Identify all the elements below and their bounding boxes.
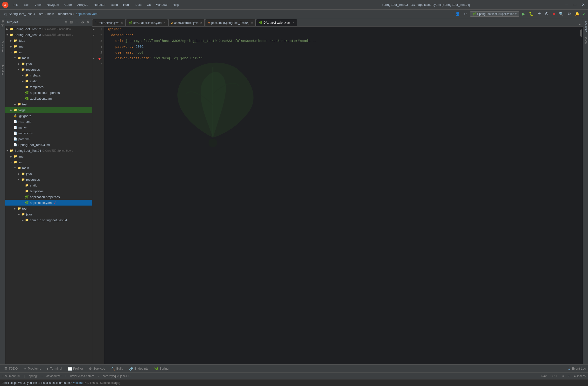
menu-run[interactable]: Run: [121, 2, 131, 7]
fold-arrow-1[interactable]: ▼: [93, 28, 95, 31]
close-button[interactable]: ✕: [580, 2, 586, 7]
menu-window[interactable]: Window: [154, 2, 170, 7]
breadcrumb-src[interactable]: src: [39, 12, 43, 16]
tree-item-idea[interactable]: ▶ 📁 .idea: [5, 38, 92, 43]
maximize-button[interactable]: □: [572, 3, 578, 7]
status-spaces[interactable]: 4 spaces: [574, 374, 586, 378]
tree-item-java04[interactable]: ▶ 📁 java: [5, 171, 92, 177]
tree-item-target03[interactable]: ▶ 📁 target: [5, 107, 92, 113]
bottom-tab-services[interactable]: ⚙ Services: [86, 366, 108, 371]
panel-close-icon[interactable]: ✕: [86, 20, 90, 25]
minimize-button[interactable]: ─: [564, 3, 570, 7]
status-doc-info[interactable]: Document 1/1: [2, 374, 21, 378]
tab-applyaml-src[interactable]: 🌿 src\...\application.yaml ×: [126, 19, 168, 26]
vertical-scrollbar[interactable]: [580, 28, 583, 364]
tree-item-templates03[interactable]: 📁 templates: [5, 84, 92, 90]
breadcrumb-main[interactable]: main: [47, 12, 54, 16]
right-tab-database[interactable]: Database: [584, 19, 588, 35]
tree-item-appyaml04[interactable]: 🌿 application.yaml ✗: [5, 200, 92, 205]
panel-dots-icon[interactable]: ⋯: [75, 20, 79, 25]
bottom-tab-build[interactable]: 🔨 Build: [109, 366, 126, 371]
tree-item-main03[interactable]: ▼ 📁 main: [5, 55, 92, 61]
coverage-icon[interactable]: ☂: [537, 11, 542, 17]
bottom-tab-terminal[interactable]: ▶ Terminal: [44, 366, 64, 371]
tree-item-test03[interactable]: ▶ 📁 test: [5, 101, 92, 107]
tree-item-res04[interactable]: ▼ 📁 resources: [5, 177, 92, 183]
tab-close-applyaml-active[interactable]: ×: [293, 21, 294, 24]
bottom-tab-profiler[interactable]: 📊 Profiler: [65, 366, 85, 371]
project-sidebar-icon[interactable]: Project: [1, 19, 5, 29]
tree-item-src04[interactable]: ▼ 📁 src: [5, 159, 92, 165]
status-encoding[interactable]: UTF-8: [562, 374, 570, 378]
shell-no-thanks[interactable]: No, Thanks (3 minutes ago): [84, 381, 120, 385]
menu-git[interactable]: Git: [144, 2, 153, 7]
fold-arrow-2[interactable]: ▼: [93, 34, 95, 37]
tab-pom[interactable]: M pom.xml (SpringBoot_Test04) ×: [205, 19, 256, 26]
tree-item-appprops03[interactable]: 🌿 application.properties: [5, 90, 92, 96]
profile-icon[interactable]: 👤: [454, 11, 461, 17]
menu-help[interactable]: Help: [170, 2, 182, 7]
panel-collapse-icon[interactable]: ⊟: [69, 20, 73, 25]
panel-settings-icon[interactable]: ⚙: [81, 20, 85, 25]
structure-sidebar-icon[interactable]: Structure: [1, 40, 5, 53]
tree-item-test02[interactable]: ▶ 📁 SpringBoot_Test02 D:\Java项目\Spring-B…: [5, 26, 92, 32]
tree-item-gitignore03[interactable]: 🔒 .gitignore: [5, 113, 92, 119]
tree-item-test03[interactable]: ▼ 📁 SpringBoot_Test03 D:\Java项目\Spring-B…: [5, 32, 92, 38]
bottom-tab-todo[interactable]: ☰ TODO: [2, 366, 20, 371]
menu-analyze[interactable]: Analyze: [75, 2, 91, 7]
menu-navigate[interactable]: Navigate: [44, 2, 61, 7]
breadcrumb-file[interactable]: application.yaml: [76, 12, 98, 16]
tree-item-test04[interactable]: ▼ 📁 SpringBoot_Test04 D:\Java项目\Spring-B…: [5, 148, 92, 153]
fold-arrow-6[interactable]: ▼: [93, 57, 95, 60]
status-line-col[interactable]: 6:42: [541, 374, 546, 378]
right-tab-maven[interactable]: Maven: [584, 35, 588, 46]
shell-install-link[interactable]: // Install: [73, 381, 83, 385]
tree-item-static03[interactable]: ▶ 📁 static: [5, 78, 92, 84]
status-spring[interactable]: spring:: [29, 374, 38, 378]
menu-edit[interactable]: Edit: [21, 2, 32, 7]
panel-add-icon[interactable]: ⊕: [64, 20, 68, 25]
event-log-label[interactable]: Event Log: [572, 367, 586, 370]
status-driver-value[interactable]: com.mysql.cj.jdbc.Dr...: [103, 374, 131, 378]
menu-file[interactable]: File: [11, 2, 21, 7]
tree-item-appprops04[interactable]: 🌿 application.properties: [5, 194, 92, 200]
profile-run-icon[interactable]: ⏱: [544, 11, 550, 17]
tab-applyaml-active[interactable]: 🌿 D:\...\application.yaml ×: [256, 19, 297, 26]
tree-item-mvnwcmd03[interactable]: 📄 mvnw.cmd: [5, 130, 92, 136]
notifications-icon[interactable]: 🔔: [574, 11, 581, 17]
tree-item-main04[interactable]: ▼ 📁 main: [5, 165, 92, 171]
status-crlf[interactable]: CRLF: [551, 374, 558, 378]
tab-usercontroller[interactable]: J UserController.java ×: [168, 19, 205, 26]
bottom-tab-endpoints[interactable]: 🔗 Endpoints: [127, 366, 151, 371]
status-datasource[interactable]: datasource:: [46, 374, 62, 378]
menu-build[interactable]: Build: [108, 2, 120, 7]
stop-icon[interactable]: ■: [551, 11, 556, 17]
menu-tools[interactable]: Tools: [132, 2, 144, 7]
tabs-dropdown[interactable]: ▾: [577, 23, 583, 26]
tab-close-pom[interactable]: ×: [251, 21, 253, 25]
code-editor[interactable]: ▼ 1 ▼ 2 3 4 5 ▼ ● 6: [92, 26, 583, 364]
tab-userservice[interactable]: J UserService.java ×: [92, 19, 126, 26]
menu-view[interactable]: View: [32, 2, 44, 7]
tree-item-static04[interactable]: 📁 static: [5, 183, 92, 188]
menu-code[interactable]: Code: [62, 2, 74, 7]
tree-item-res03[interactable]: ▼ 📁 resources: [5, 67, 92, 72]
tree-item-src03[interactable]: ▼ 📁 src: [5, 49, 92, 55]
bottom-tab-problems[interactable]: ⚠ Problems: [21, 366, 43, 371]
tree-item-help03[interactable]: 📄 HELP.md: [5, 119, 92, 124]
bottom-tab-spring[interactable]: 🌿 Spring: [152, 366, 171, 371]
tab-close-usercontroller[interactable]: ×: [200, 21, 202, 25]
tree-item-mvnw03[interactable]: 📄 mvnw: [5, 124, 92, 130]
tree-item-iml03[interactable]: 📄 SpringBoot_Test03.iml: [5, 142, 92, 148]
favorites-sidebar-icon[interactable]: Favorites: [1, 63, 5, 76]
tree-item-test04-node[interactable]: ▶ 📁 test: [5, 205, 92, 211]
tree-item-templates04[interactable]: 📁 templates: [5, 188, 92, 194]
tree-item-mvn03[interactable]: ▶ 📁 .mvn: [5, 43, 92, 49]
breadcrumb-project[interactable]: SpringBoot_Test04: [9, 12, 35, 16]
back-icon[interactable]: ◁: [2, 11, 7, 17]
tree-item-mvn04[interactable]: ▶ 📁 .mvn: [5, 153, 92, 159]
tree-item-pom03[interactable]: 📄 pom.xml: [5, 136, 92, 142]
tree-item-mybatis03[interactable]: ▶ 📁 mybatis: [5, 72, 92, 78]
menu-refactor[interactable]: Refactor: [91, 2, 108, 7]
breadcrumb-resources[interactable]: resources: [58, 12, 72, 16]
